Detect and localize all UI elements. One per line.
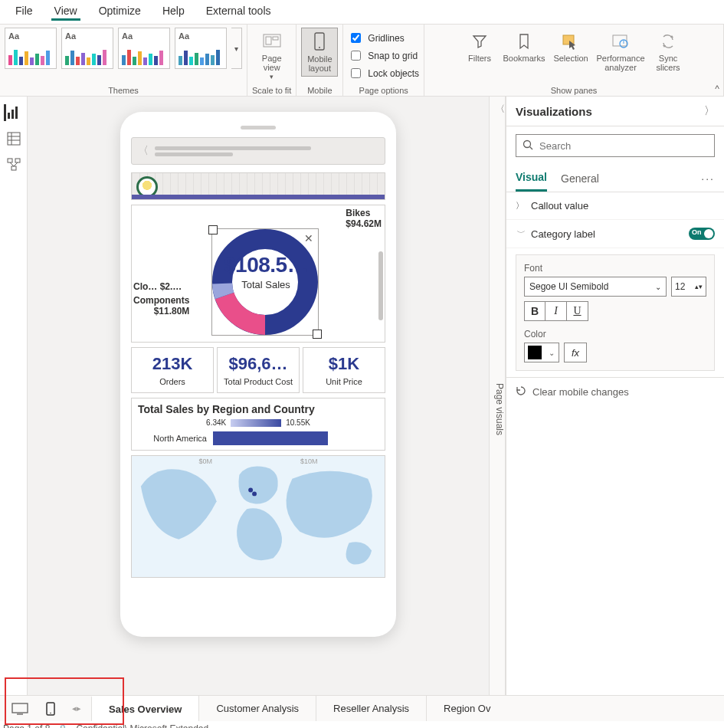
kpi-unitprice[interactable]: $1KUnit Price — [303, 347, 385, 393]
donut-label: Total Sales — [224, 279, 308, 290]
themes-dropdown[interactable]: ▾ — [231, 28, 242, 69]
svg-rect-18 — [11, 166, 16, 170]
gridlines-checkbox[interactable]: Gridlines — [348, 31, 404, 45]
lock-icon: 🔒 — [57, 724, 68, 729]
lock-checkbox[interactable]: Lock objects — [348, 66, 419, 80]
category-toggle[interactable]: On — [689, 228, 715, 240]
work-area: 〈 ✕ $108.5… Total Sales — [0, 97, 724, 695]
themes-label: Themes — [108, 86, 139, 95]
tab-sales-overview[interactable]: Sales Overview — [91, 696, 199, 721]
kpi-cost[interactable]: $96,6…Total Product Cost — [217, 347, 300, 393]
menu-external-tools[interactable]: External tools — [203, 3, 274, 21]
tab-more[interactable]: ··· — [701, 172, 715, 185]
format-tabs: Visual General ··· — [506, 165, 724, 192]
font-size-input[interactable]: 12 ▴▾ — [671, 277, 706, 297]
fx-button[interactable]: fx — [564, 343, 587, 362]
theme-aa-label: Aa — [8, 31, 53, 41]
theme-swatch-4[interactable]: Aa — [175, 28, 227, 69]
chevron-down-icon: ⌄ — [545, 349, 559, 357]
panel-title: Visualizations — [516, 105, 592, 118]
page-visuals-label: Page visuals — [494, 383, 505, 435]
menu-optimize[interactable]: Optimize — [96, 3, 144, 21]
mobile-view-icon[interactable] — [41, 702, 60, 716]
spinner-icon[interactable]: ▴▾ — [695, 284, 703, 289]
color-picker[interactable]: ⌄ — [524, 343, 559, 362]
tab-reseller-analysis[interactable]: Reseller Analysis — [316, 696, 427, 721]
underline-button[interactable]: U — [567, 301, 588, 321]
ribbon-mobile-group: Mobile layout Mobile — [296, 25, 343, 96]
theme-swatch-1[interactable]: Aa — [5, 28, 57, 69]
sync-slicers-button[interactable]: Sync slicers — [650, 28, 686, 75]
report-logo-strip — [131, 172, 385, 200]
selection-button[interactable]: Selection — [550, 28, 591, 75]
svg-point-4 — [319, 47, 320, 48]
back-icon[interactable]: 〈 — [138, 144, 149, 158]
mobile-icon — [309, 31, 330, 53]
font-family-select[interactable]: Segoe UI Semibold ⌄ — [524, 277, 667, 297]
region-card[interactable]: Total Sales by Region and Country 6.34K … — [131, 398, 385, 451]
snap-checkbox[interactable]: Snap to grid — [348, 48, 418, 63]
page-options-label: Page options — [359, 86, 408, 95]
ribbon-collapse[interactable]: ^ — [715, 84, 719, 94]
legend-gradient — [231, 419, 281, 427]
scroll-thumb[interactable] — [378, 251, 383, 320]
selection-icon — [560, 31, 581, 52]
tab-region[interactable]: Region Ov — [426, 696, 507, 721]
svg-line-20 — [14, 162, 18, 166]
donut-center: $108.5… Total Sales — [224, 253, 308, 290]
chevron-left-icon[interactable]: 〈 — [496, 103, 505, 116]
theme-aa-label: Aa — [122, 31, 166, 41]
tab-general[interactable]: General — [561, 166, 599, 191]
theme-swatch-2[interactable]: Aa — [61, 28, 113, 69]
donut-card[interactable]: ✕ $108.5… Total Sales Bikes$94.62M Clo… … — [131, 205, 385, 343]
revert-icon — [516, 385, 526, 398]
report-view-icon[interactable] — [4, 104, 21, 121]
svg-rect-11 — [15, 107, 18, 119]
confidentiality-label: Confidential\ Microsoft Extended — [76, 723, 208, 728]
clear-mobile-changes[interactable]: Clear mobile changes — [506, 377, 724, 406]
desktop-view-icon[interactable] — [11, 702, 29, 716]
lock-label: Lock objects — [368, 68, 419, 79]
menu-file[interactable]: File — [12, 3, 36, 21]
kpi-orders[interactable]: 213KOrders — [131, 347, 214, 393]
performance-button[interactable]: Performance analyzer — [595, 28, 647, 75]
page-view-button[interactable]: Page view ▾ — [254, 28, 290, 84]
filter-icon — [469, 31, 490, 52]
search-icon — [523, 139, 533, 152]
filters-button[interactable]: Filters — [461, 28, 498, 75]
region-name: North America — [138, 434, 207, 443]
theme-swatch-3[interactable]: Aa — [118, 28, 170, 69]
mobile-layout-button[interactable]: Mobile layout — [301, 28, 338, 77]
menu-view[interactable]: View — [51, 3, 80, 21]
model-view-icon[interactable] — [5, 156, 22, 173]
bold-button[interactable]: B — [524, 301, 545, 321]
page-visuals-rail[interactable]: 〈 Page visuals — [489, 97, 506, 695]
menu-help[interactable]: Help — [159, 3, 188, 21]
region-bar — [213, 431, 328, 445]
category-label-section[interactable]: 〉 Category label On — [506, 220, 724, 248]
callout-value-section[interactable]: 〉 Callout value — [506, 192, 724, 220]
bookmarks-label: Bookmarks — [503, 54, 545, 63]
italic-button[interactable]: I — [545, 301, 567, 321]
search-input[interactable] — [538, 139, 708, 152]
data-view-icon[interactable] — [5, 130, 22, 147]
bookmarks-button[interactable]: Bookmarks — [501, 28, 547, 75]
tab-customer-analysis[interactable]: Customer Analysis — [198, 696, 316, 721]
svg-point-22 — [248, 487, 253, 492]
legend-min: 6.34K — [206, 418, 226, 427]
color-label: Color — [524, 329, 706, 339]
theme-aa-label: Aa — [179, 31, 223, 41]
svg-rect-10 — [11, 110, 14, 119]
sync-icon — [657, 31, 679, 52]
search-box[interactable] — [516, 134, 715, 157]
mobile-group-label: Mobile — [307, 86, 332, 95]
page-nav-arrows[interactable]: ◂▸ — [72, 703, 81, 713]
svg-line-19 — [10, 162, 14, 166]
scale-label: Scale to fit — [252, 86, 291, 95]
view-switcher: ◂▸ — [0, 702, 92, 716]
bookmark-icon — [513, 31, 535, 52]
tab-visual[interactable]: Visual — [516, 165, 547, 192]
chevron-right-icon[interactable]: 〉 — [704, 104, 715, 118]
map-card[interactable]: $0M$10M — [131, 455, 385, 578]
font-label: Font — [524, 263, 706, 274]
